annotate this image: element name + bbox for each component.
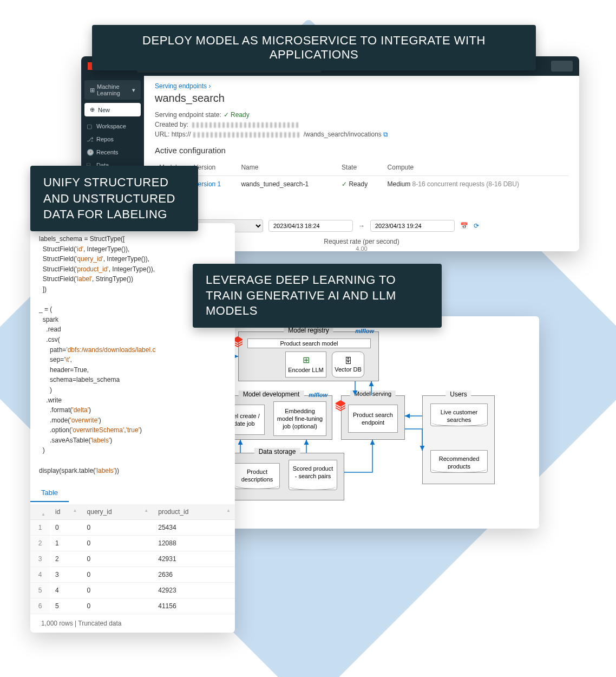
reload-icon[interactable]: ⟳ (474, 222, 479, 230)
models-table: Model Version Name State Compute Version… (155, 159, 568, 192)
table-row[interactable]: 65041156 (30, 598, 235, 614)
product-descriptions: Product descriptions (234, 463, 280, 489)
box-users: Users Live customer searches Recommended… (422, 395, 495, 484)
col-state[interactable]: State (337, 159, 383, 176)
labels-table: idquery_idproduct_id 1002543421012088320… (30, 504, 235, 614)
new-button[interactable]: ⊕New (84, 103, 141, 116)
chevron-down-icon: ▾ (132, 87, 135, 94)
sidebar-item-recents[interactable]: 🕑Recents (81, 146, 144, 159)
vector-db: 🗄Vector DB (332, 351, 364, 377)
date-to[interactable] (370, 220, 455, 232)
table-row[interactable]: 54042923 (30, 583, 235, 598)
box-model-serving: Model serving Product search endpoint (341, 395, 405, 440)
chip-icon: ⊞ (303, 355, 310, 366)
col-query_id[interactable]: query_id (82, 504, 153, 520)
compute-cell: Medium 8-16 concurrent requests (8-16 DB… (383, 176, 568, 193)
created-by: Created by: (155, 121, 568, 128)
table-row[interactable]: Version 1 wands_tuned_search-1 Ready Med… (155, 176, 568, 193)
table-row[interactable]: 32042931 (30, 551, 235, 567)
mlflow-logo: flow (309, 392, 327, 398)
workspace-icon: ▢ (87, 123, 93, 129)
encoder-llm: ⊞Encoder LLM (285, 351, 326, 377)
table-tab[interactable]: Table (30, 484, 69, 502)
col-compute[interactable]: Compute (383, 159, 568, 176)
table-row[interactable]: 10025434 (30, 520, 235, 536)
sidebar-item-workspace[interactable]: ▢Workspace (81, 120, 144, 133)
active-config-heading: Active configuration (155, 146, 568, 155)
ml-icon: ⊞ (90, 87, 95, 94)
repos-icon: ⎇ (87, 136, 93, 142)
page-title: wands_search (155, 92, 568, 105)
endpoint-state: Serving endpoint state:Ready (155, 111, 568, 119)
table-footer: 1,000 rows | Truncated data (30, 614, 235, 633)
copy-icon[interactable]: ⧉ (383, 131, 388, 138)
arrow-icon: → (358, 222, 365, 230)
table-row[interactable]: 21012088 (30, 536, 235, 551)
clock-icon: 🕑 (87, 149, 93, 155)
date-from[interactable] (268, 220, 353, 232)
endpoint-url: URL: https:///wands_search/invocations ⧉ (155, 131, 568, 138)
recommended-products: Recommended products (430, 450, 488, 473)
state-cell: Ready (337, 176, 383, 193)
banner-leverage: LEVERAGE DEEP LEARNING TO TRAIN GENERATI… (193, 264, 442, 328)
databricks-icon (334, 399, 347, 412)
table-row[interactable]: 4302636 (30, 567, 235, 583)
database-icon: 🗄 (344, 356, 352, 366)
diagram-panel: Model registry flow Product search model… (193, 316, 539, 529)
finetune-job: Embedding model fine-tuning job (optiona… (273, 401, 326, 436)
banner-unify: UNIFY STRUCTURED AND UNSTRUCTURED DATA F… (30, 166, 198, 231)
box-model-registry: Model registry flow Product search model… (238, 331, 379, 381)
live-searches: Live customer searches (430, 403, 488, 426)
col-product_id[interactable]: product_id (153, 504, 235, 520)
col-idx[interactable] (30, 504, 50, 520)
mlflow-logo: flow (355, 328, 374, 334)
col-id[interactable]: id (50, 504, 82, 520)
col-name[interactable]: Name (237, 159, 337, 176)
model-name-cell: wands_tuned_search-1 (237, 176, 337, 193)
search-endpoint: Product search endpoint (348, 405, 398, 433)
plus-icon: ⊕ (90, 106, 95, 113)
banner-deploy: DEPLOY MODEL AS MICROSERVICE TO INTEGRAT… (92, 25, 536, 70)
workspace-selector[interactable]: ⊞Machine Learning ▾ (84, 80, 141, 100)
user-avatar[interactable] (551, 61, 573, 71)
calendar-icon[interactable]: 📅 (460, 222, 468, 230)
scored-pairs: Scored product - search pairs (289, 460, 337, 490)
product-search-model: Product search model (247, 338, 371, 348)
breadcrumb[interactable]: Serving endpoints › (155, 82, 568, 90)
sidebar-item-repos[interactable]: ⎇Repos (81, 133, 144, 146)
